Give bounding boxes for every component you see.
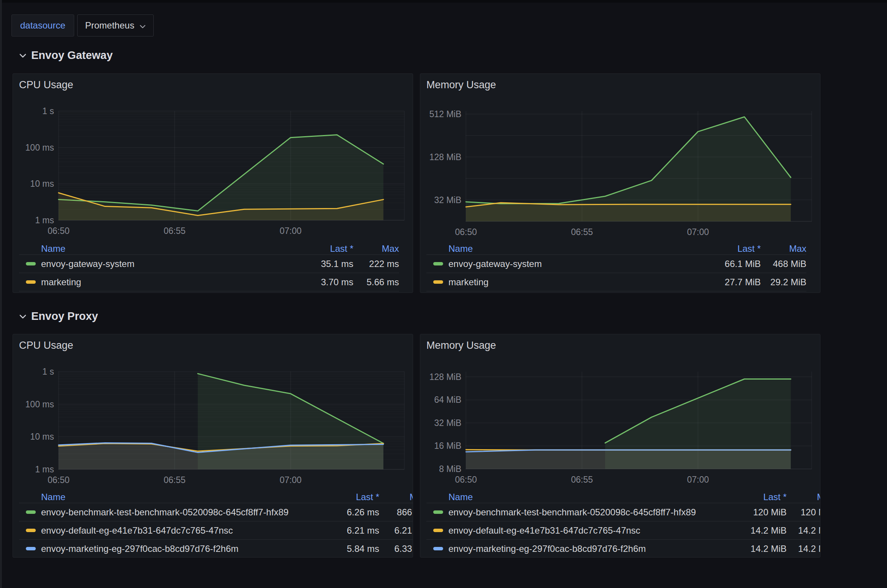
chart-canvas[interactable]: 1 s100 ms10 ms1 ms06:5006:5507:00 [19,366,407,486]
legend-column-max[interactable]: Max [787,492,820,502]
series-last-value: 14.2 MiB [737,544,787,554]
series-name: envoy-benchmark-test-benchmark-0520098c-… [448,507,696,518]
series-name: envoy-gateway-system [41,259,134,269]
series-area-marketing [466,203,791,221]
legend-table: NameLast *Maxenvoy-benchmark-test-benchm… [19,491,413,558]
y-axis-tick-label: 8 MiB [439,464,461,474]
series-name: envoy-default-eg-e41e7b31-647dc7c765-47n… [41,525,233,536]
pane-left-edge [0,0,2,588]
series-color-swatch-icon [26,262,36,265]
section-row-envoy-gateway[interactable]: Envoy Gateway [19,49,113,62]
legend-series-toggle[interactable]: envoy-gateway-system [426,259,711,269]
legend-series-toggle[interactable]: envoy-marketing-eg-297f0cac-b8cd97d76-f2… [426,544,737,554]
chart-canvas[interactable]: 128 MiB64 MiB32 MiB16 MiB8 MiB06:5006:55… [426,366,815,486]
legend-series-toggle[interactable]: envoy-benchmark-test-benchmark-0520098c-… [19,507,330,518]
legend-series-toggle[interactable]: envoy-gateway-system [19,259,304,269]
y-axis-tick-label: 100 ms [25,143,54,153]
y-axis-tick-label: 128 MiB [429,152,461,162]
timeseries-plot[interactable]: 1 s100 ms10 ms1 ms06:5006:5507:00 [19,106,407,237]
legend-row: envoy-gateway-system66.1 MiB468 MiB [426,254,806,273]
series-last-value: 35.1 ms [304,259,353,269]
chevron-down-icon [19,314,27,319]
series-max-value: 6.33 ms [379,544,413,554]
legend-column-last[interactable]: Last * [304,243,353,254]
panel-memory-usage-gateway: Memory Usage 512 MiB128 MiB32 MiB06:5006… [420,73,820,293]
legend-series-toggle[interactable]: marketing [426,277,711,288]
panel-title[interactable]: CPU Usage [19,79,73,91]
y-axis-tick-label: 512 MiB [429,109,461,119]
panel-memory-usage-proxy: Memory Usage 128 MiB64 MiB32 MiB16 MiB8 … [420,334,820,558]
legend-column-last[interactable]: Last * [711,243,761,254]
series-max-value: 866 ms [379,507,413,518]
legend-column-max[interactable]: Max [379,492,413,502]
legend-column-name[interactable]: Name [426,492,737,502]
legend-header-row: NameLast *Max [426,243,806,254]
x-axis-tick-label: 07:00 [687,227,709,237]
datasource-dropdown[interactable]: Prometheus [77,14,154,37]
x-axis-tick-label: 07:00 [280,226,302,236]
x-axis-tick-label: 06:55 [571,227,593,237]
legend-column-last[interactable]: Last * [330,492,379,502]
legend-column-max[interactable]: Max [353,243,399,254]
legend-column-last[interactable]: Last * [737,492,787,502]
series-name: marketing [41,277,81,288]
legend-series-toggle[interactable]: envoy-benchmark-test-benchmark-0520098c-… [426,507,737,518]
series-max-value: 14.2 MiB [787,525,820,536]
legend-header-row: NameLast *Max [426,491,820,503]
y-axis-tick-label: 32 MiB [434,195,461,205]
series-last-value: 120 MiB [737,507,787,518]
y-axis-tick-label: 1 s [42,106,54,116]
series-last-value: 3.70 ms [304,277,353,288]
series-max-value: 6.21 ms [379,525,413,536]
x-axis-tick-label: 07:00 [687,475,709,485]
legend-row: envoy-default-eg-e41e7b31-647dc7c765-47n… [426,521,820,539]
legend-header-row: NameLast *Max [19,243,399,254]
series-color-swatch-icon [26,280,36,284]
series-color-swatch-icon [433,510,443,514]
chart-canvas[interactable]: 512 MiB128 MiB32 MiB06:5006:5507:00 [426,106,815,238]
y-axis-tick-label: 64 MiB [434,395,461,405]
y-axis-tick-label: 1 ms [35,215,54,225]
x-axis-tick-label: 06:55 [571,475,593,485]
section-row-envoy-proxy[interactable]: Envoy Proxy [19,310,98,323]
legend-series-toggle[interactable]: marketing [19,277,304,288]
series-last-value: 14.2 MiB [737,525,787,536]
timeseries-plot[interactable]: 512 MiB128 MiB32 MiB06:5006:5507:00 [426,106,815,238]
timeseries-plot[interactable]: 128 MiB64 MiB32 MiB16 MiB8 MiB06:5006:55… [426,366,815,486]
series-name: envoy-benchmark-test-benchmark-0520098c-… [41,507,289,518]
legend-column-max[interactable]: Max [761,243,806,254]
series-max-value: 14.2 MiB [787,544,820,554]
legend-end-divider [19,291,399,291]
chevron-down-icon [140,20,146,31]
legend-column-name[interactable]: Name [426,243,711,254]
legend-series-toggle[interactable]: envoy-default-eg-e41e7b31-647dc7c765-47n… [19,525,330,536]
y-axis-tick-label: 16 MiB [434,441,461,451]
dashboard-variables-toolbar: datasource Prometheus [11,14,154,37]
panel-title[interactable]: CPU Usage [19,340,73,351]
series-max-value: 29.2 MiB [761,277,806,288]
panel-cpu-usage-proxy: CPU Usage 1 s100 ms10 ms1 ms06:5006:5507… [13,334,413,558]
legend-row: envoy-gateway-system35.1 ms222 ms [19,254,399,273]
y-axis-tick-label: 1 ms [35,464,54,474]
legend-column-name[interactable]: Name [19,492,330,502]
series-last-value: 66.1 MiB [711,259,761,269]
y-axis-tick-label: 10 ms [30,432,54,442]
legend-row: marketing3.70 ms5.66 ms [19,273,399,291]
window-top-edge [0,0,887,3]
series-last-value: 5.84 ms [330,544,379,554]
legend-table: NameLast *Maxenvoy-gateway-system35.1 ms… [19,243,399,291]
legend-column-name[interactable]: Name [19,243,304,254]
panel-title[interactable]: Memory Usage [426,340,496,351]
legend-series-toggle[interactable]: envoy-marketing-eg-297f0cac-b8cd97d76-f2… [19,544,330,554]
series-last-value: 6.21 ms [330,525,379,536]
legend-series-toggle[interactable]: envoy-default-eg-e41e7b31-647dc7c765-47n… [426,525,737,536]
y-axis-tick-label: 32 MiB [434,418,461,428]
timeseries-plot[interactable]: 1 s100 ms10 ms1 ms06:5006:5507:00 [19,366,407,486]
x-axis-tick-label: 06:50 [455,227,477,237]
series-name: envoy-gateway-system [448,259,542,269]
series-color-swatch-icon [433,280,443,284]
chart-canvas[interactable]: 1 s100 ms10 ms1 ms06:5006:5507:00 [19,106,407,237]
panel-title[interactable]: Memory Usage [426,79,496,91]
series-max-value: 120 MiB [787,507,820,518]
legend-row: envoy-benchmark-test-benchmark-0520098c-… [19,503,413,521]
